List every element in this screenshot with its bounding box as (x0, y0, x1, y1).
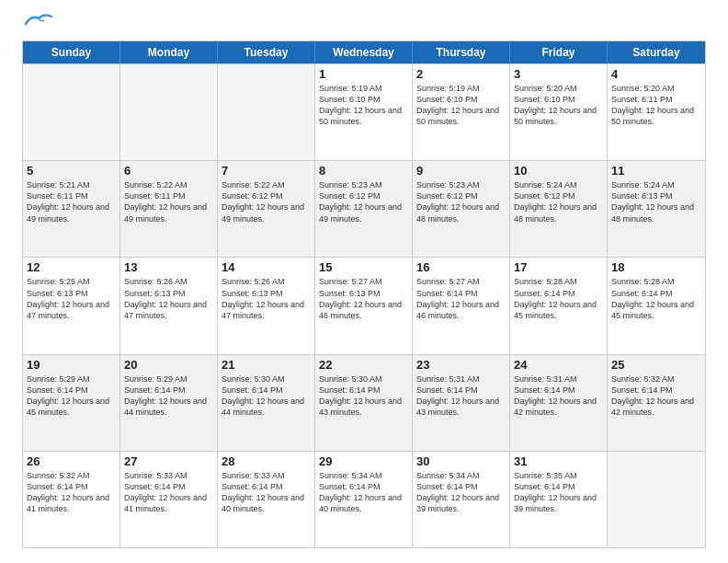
day-cell-3: 3Sunrise: 5:20 AMSunset: 6:10 PMDaylight… (510, 64, 608, 160)
sunset-text: Sunset: 6:14 PM (222, 482, 283, 491)
daylight-text: Daylight: 12 hours and 40 minutes. (319, 493, 402, 513)
day-number: 31 (514, 454, 603, 468)
daylight-text: Daylight: 12 hours and 50 minutes. (514, 106, 597, 126)
daylight-text: Daylight: 12 hours and 44 minutes. (222, 396, 304, 417)
sunset-text: Sunset: 6:10 PM (319, 95, 381, 104)
sunset-text: Sunset: 6:14 PM (514, 385, 575, 395)
day-cell-21: 21Sunrise: 5:30 AMSunset: 6:14 PMDayligh… (218, 355, 315, 451)
daylight-text: Daylight: 12 hours and 42 minutes. (611, 396, 694, 417)
sunrise-text: Sunrise: 5:20 AM (611, 84, 675, 93)
daylight-text: Daylight: 12 hours and 45 minutes. (27, 396, 109, 417)
day-info: Sunrise: 5:25 AMSunset: 6:13 PMDaylight:… (27, 276, 116, 321)
day-info: Sunrise: 5:34 AMSunset: 6:14 PMDaylight:… (416, 470, 506, 515)
day-cell-22: 22Sunrise: 5:30 AMSunset: 6:14 PMDayligh… (315, 355, 413, 451)
day-cell-19: 19Sunrise: 5:29 AMSunset: 6:14 PMDayligh… (23, 355, 120, 451)
day-number: 24 (514, 358, 603, 372)
sunset-text: Sunset: 6:13 PM (319, 289, 381, 298)
day-info: Sunrise: 5:26 AMSunset: 6:13 PMDaylight:… (124, 276, 213, 321)
day-cell-25: 25Sunrise: 5:32 AMSunset: 6:14 PMDayligh… (608, 355, 705, 451)
sunrise-text: Sunrise: 5:28 AM (611, 277, 675, 286)
day-info: Sunrise: 5:30 AMSunset: 6:14 PMDaylight:… (222, 373, 311, 419)
sunrise-text: Sunrise: 5:35 AM (514, 471, 577, 480)
sunset-text: Sunset: 6:14 PM (319, 482, 381, 491)
day-info: Sunrise: 5:27 AMSunset: 6:13 PMDaylight:… (319, 276, 408, 321)
sunrise-text: Sunrise: 5:22 AM (222, 180, 285, 190)
day-info: Sunrise: 5:28 AMSunset: 6:14 PMDaylight:… (611, 276, 701, 321)
day-number: 5 (27, 164, 116, 178)
daylight-text: Daylight: 12 hours and 48 minutes. (514, 202, 597, 223)
day-number: 25 (611, 358, 701, 372)
sunrise-text: Sunrise: 5:28 AM (514, 277, 577, 286)
day-cell-23: 23Sunrise: 5:31 AMSunset: 6:14 PMDayligh… (413, 355, 510, 451)
day-number: 2 (416, 67, 506, 81)
daylight-text: Daylight: 12 hours and 40 minutes. (222, 493, 304, 513)
day-cell-7: 7Sunrise: 5:22 AMSunset: 6:12 PMDaylight… (218, 161, 315, 257)
daylight-text: Daylight: 12 hours and 43 minutes. (319, 396, 402, 417)
sunset-text: Sunset: 6:13 PM (222, 289, 283, 298)
day-cell-31: 31Sunrise: 5:35 AMSunset: 6:14 PMDayligh… (510, 452, 608, 547)
day-info: Sunrise: 5:22 AMSunset: 6:11 PMDaylight:… (124, 179, 213, 224)
day-of-week-monday: Monday (120, 41, 218, 63)
daylight-text: Daylight: 12 hours and 50 minutes. (416, 106, 499, 126)
day-info: Sunrise: 5:24 AMSunset: 6:12 PMDaylight:… (514, 179, 603, 224)
calendar-week-1: 1Sunrise: 5:19 AMSunset: 6:10 PMDaylight… (23, 63, 705, 160)
day-cell-10: 10Sunrise: 5:24 AMSunset: 6:12 PMDayligh… (510, 161, 608, 257)
sunrise-text: Sunrise: 5:19 AM (416, 84, 480, 93)
sunrise-text: Sunrise: 5:26 AM (222, 277, 285, 286)
sunset-text: Sunset: 6:13 PM (27, 289, 88, 298)
sunset-text: Sunset: 6:10 PM (514, 95, 575, 104)
day-number: 10 (514, 164, 603, 178)
day-cell-4: 4Sunrise: 5:20 AMSunset: 6:11 PMDaylight… (608, 64, 705, 160)
daylight-text: Daylight: 12 hours and 42 minutes. (514, 396, 597, 417)
sunset-text: Sunset: 6:14 PM (416, 482, 478, 491)
daylight-text: Daylight: 12 hours and 50 minutes. (319, 106, 402, 126)
day-cell-16: 16Sunrise: 5:27 AMSunset: 6:14 PMDayligh… (413, 258, 510, 353)
daylight-text: Daylight: 12 hours and 47 minutes. (27, 300, 109, 320)
day-number: 12 (27, 260, 116, 274)
day-cell-9: 9Sunrise: 5:23 AMSunset: 6:12 PMDaylight… (413, 161, 510, 257)
day-cell-27: 27Sunrise: 5:33 AMSunset: 6:14 PMDayligh… (120, 452, 218, 547)
daylight-text: Daylight: 12 hours and 44 minutes. (124, 396, 207, 417)
calendar-week-5: 26Sunrise: 5:32 AMSunset: 6:14 PMDayligh… (23, 451, 705, 547)
empty-cell (608, 452, 705, 547)
day-info: Sunrise: 5:19 AMSunset: 6:10 PMDaylight:… (416, 83, 506, 128)
day-info: Sunrise: 5:20 AMSunset: 6:11 PMDaylight:… (611, 83, 701, 128)
daylight-text: Daylight: 12 hours and 43 minutes. (416, 396, 499, 417)
day-number: 15 (319, 260, 408, 274)
day-info: Sunrise: 5:21 AMSunset: 6:11 PMDaylight:… (27, 179, 116, 224)
day-info: Sunrise: 5:31 AMSunset: 6:14 PMDaylight:… (514, 373, 603, 419)
daylight-text: Daylight: 12 hours and 47 minutes. (222, 300, 304, 320)
empty-cell (218, 64, 315, 160)
daylight-text: Daylight: 12 hours and 45 minutes. (611, 300, 694, 320)
day-number: 18 (611, 260, 701, 274)
sunset-text: Sunset: 6:11 PM (27, 191, 88, 201)
header (22, 18, 706, 31)
sunrise-text: Sunrise: 5:31 AM (514, 374, 577, 384)
day-info: Sunrise: 5:35 AMSunset: 6:14 PMDaylight:… (514, 470, 603, 515)
day-cell-13: 13Sunrise: 5:26 AMSunset: 6:13 PMDayligh… (120, 258, 218, 353)
sunrise-text: Sunrise: 5:19 AM (319, 84, 382, 93)
day-cell-28: 28Sunrise: 5:33 AMSunset: 6:14 PMDayligh… (218, 452, 315, 547)
sunrise-text: Sunrise: 5:26 AM (124, 277, 188, 286)
daylight-text: Daylight: 12 hours and 48 minutes. (611, 202, 694, 223)
daylight-text: Daylight: 12 hours and 46 minutes. (416, 300, 499, 320)
day-cell-11: 11Sunrise: 5:24 AMSunset: 6:13 PMDayligh… (608, 161, 705, 257)
day-info: Sunrise: 5:32 AMSunset: 6:14 PMDaylight:… (27, 470, 116, 515)
day-info: Sunrise: 5:26 AMSunset: 6:13 PMDaylight:… (222, 276, 311, 321)
sunset-text: Sunset: 6:13 PM (124, 289, 186, 298)
day-cell-26: 26Sunrise: 5:32 AMSunset: 6:14 PMDayligh… (23, 452, 120, 547)
day-cell-14: 14Sunrise: 5:26 AMSunset: 6:13 PMDayligh… (218, 258, 315, 353)
day-number: 26 (27, 454, 116, 468)
day-info: Sunrise: 5:22 AMSunset: 6:12 PMDaylight:… (222, 179, 311, 224)
calendar-week-3: 12Sunrise: 5:25 AMSunset: 6:13 PMDayligh… (23, 257, 705, 353)
day-number: 16 (416, 260, 506, 274)
day-info: Sunrise: 5:33 AMSunset: 6:14 PMDaylight:… (124, 470, 213, 515)
sunset-text: Sunset: 6:14 PM (416, 385, 478, 395)
day-cell-6: 6Sunrise: 5:22 AMSunset: 6:11 PMDaylight… (120, 161, 218, 257)
sunrise-text: Sunrise: 5:20 AM (514, 84, 577, 93)
day-number: 29 (319, 454, 408, 468)
day-number: 17 (514, 260, 603, 274)
page: SundayMondayTuesdayWednesdayThursdayFrid… (0, 0, 728, 563)
calendar-week-2: 5Sunrise: 5:21 AMSunset: 6:11 PMDaylight… (23, 160, 705, 257)
calendar-week-4: 19Sunrise: 5:29 AMSunset: 6:14 PMDayligh… (23, 354, 705, 451)
